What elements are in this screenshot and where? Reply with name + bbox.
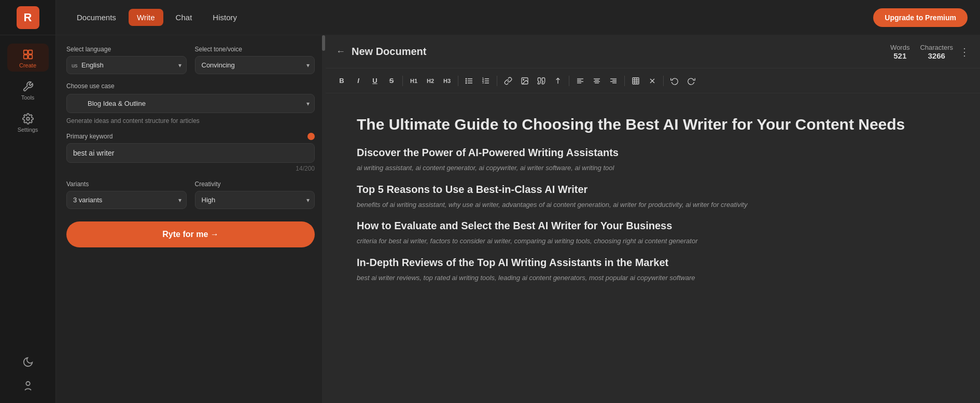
scroll-thumb[interactable] bbox=[322, 35, 325, 51]
variants-label: Variants bbox=[66, 180, 187, 188]
section-1: Discover the Power of AI-Powered Writing… bbox=[357, 147, 949, 173]
align-left-button[interactable] bbox=[572, 73, 588, 89]
clear-format-button[interactable] bbox=[645, 73, 660, 89]
language-select[interactable]: English Spanish French bbox=[66, 56, 187, 74]
italic-button[interactable]: I bbox=[351, 73, 366, 89]
underline-button[interactable]: U bbox=[367, 73, 383, 89]
svg-point-8 bbox=[466, 80, 467, 81]
undo-icon bbox=[670, 77, 679, 85]
theme-toggle[interactable] bbox=[7, 351, 49, 371]
section-2-heading: Top 5 Reasons to Use a Best-in-Class AI … bbox=[357, 184, 949, 196]
h3-button[interactable]: H3 bbox=[439, 73, 455, 89]
words-count-group: Words 521 bbox=[890, 44, 909, 60]
keyword-row: Primary keyword bbox=[66, 133, 315, 140]
nav-links: Documents Write Chat History bbox=[68, 9, 869, 26]
svg-text:3.: 3. bbox=[482, 81, 485, 84]
svg-rect-1 bbox=[28, 50, 32, 54]
ryte-button[interactable]: Ryte for me → bbox=[66, 221, 315, 247]
creativity-label: Creativity bbox=[195, 180, 315, 188]
bullet-list-button[interactable] bbox=[461, 73, 477, 89]
section-4-keywords: best ai writer reviews, top rated ai wri… bbox=[357, 273, 949, 283]
tools-icon bbox=[22, 81, 34, 92]
sidebar-nav: Create Tools Settings bbox=[0, 35, 55, 351]
sidebar-item-settings[interactable]: Settings bbox=[7, 108, 49, 136]
svg-point-4 bbox=[26, 117, 30, 120]
editor-panel: ← New Document Words 521 Characters 3266… bbox=[326, 35, 980, 403]
variants-select-wrapper: 1 variant 2 variants 3 variants ▾ bbox=[66, 191, 187, 209]
editor-header: ← New Document Words 521 Characters 3266… bbox=[326, 35, 980, 68]
svg-rect-2 bbox=[23, 55, 27, 59]
section-3-keywords: criteria for best ai writer, factors to … bbox=[357, 236, 949, 246]
creativity-select[interactable]: Low Medium High bbox=[195, 191, 315, 209]
use-case-select[interactable]: Blog Idea & Outline Article Social Post bbox=[66, 94, 315, 113]
editor-content[interactable]: The Ultimate Guide to Choosing the Best … bbox=[326, 93, 980, 403]
more-options-button[interactable]: ⋮ bbox=[959, 46, 970, 58]
svg-point-19 bbox=[523, 79, 524, 80]
sidebar-create-label: Create bbox=[19, 62, 36, 68]
section-3: How to Evaluate and Select the Best AI W… bbox=[357, 220, 949, 246]
left-panel: Select language us English Spanish Frenc… bbox=[56, 35, 326, 403]
app-logo: R bbox=[17, 6, 39, 29]
table-button[interactable] bbox=[628, 73, 643, 89]
keyword-counter: 14/200 bbox=[66, 165, 315, 172]
creativity-group: Creativity Low Medium High ▾ bbox=[195, 180, 315, 209]
nav-documents[interactable]: Documents bbox=[68, 9, 124, 26]
bold-button[interactable]: B bbox=[334, 73, 349, 89]
sidebar-item-create[interactable]: Create bbox=[7, 44, 49, 72]
svg-point-6 bbox=[466, 78, 467, 79]
sidebar-settings-label: Settings bbox=[18, 127, 38, 133]
top-navigation: Documents Write Chat History Upgrade to … bbox=[56, 0, 980, 35]
image-icon bbox=[521, 77, 529, 85]
highlight-button[interactable] bbox=[550, 73, 566, 89]
link-button[interactable] bbox=[500, 73, 516, 89]
sidebar-item-tools[interactable]: Tools bbox=[7, 76, 49, 104]
toolbar-separator-1 bbox=[402, 76, 403, 86]
align-center-button[interactable] bbox=[589, 73, 605, 89]
align-right-icon bbox=[609, 77, 618, 85]
words-label: Words bbox=[890, 44, 909, 51]
tone-select[interactable]: Convincing Formal Casual bbox=[195, 56, 315, 74]
account-button[interactable] bbox=[7, 375, 49, 395]
section-2: Top 5 Reasons to Use a Best-in-Class AI … bbox=[357, 184, 949, 210]
tone-label: Select tone/voice bbox=[195, 46, 315, 53]
keyword-indicator bbox=[307, 133, 315, 140]
back-button[interactable]: ← bbox=[336, 46, 345, 57]
upgrade-button[interactable]: Upgrade to Premium bbox=[873, 8, 968, 27]
quote-button[interactable] bbox=[534, 73, 549, 89]
redo-button[interactable] bbox=[683, 73, 699, 89]
quote-icon bbox=[537, 77, 545, 85]
h2-button[interactable]: H2 bbox=[423, 73, 438, 89]
h1-button[interactable]: H1 bbox=[406, 73, 422, 89]
variants-group: Variants 1 variant 2 variants 3 variants… bbox=[66, 180, 187, 209]
keyword-input[interactable] bbox=[66, 143, 315, 163]
tone-group: Select tone/voice Convincing Formal Casu… bbox=[195, 46, 315, 74]
use-case-description: Generate ideas and content structure for… bbox=[66, 117, 315, 124]
section-4-heading: In-Depth Reviews of the Top AI Writing A… bbox=[357, 257, 949, 269]
variants-creativity-row: Variants 1 variant 2 variants 3 variants… bbox=[66, 180, 315, 209]
variants-select[interactable]: 1 variant 2 variants 3 variants bbox=[66, 191, 187, 209]
image-button[interactable] bbox=[517, 73, 533, 89]
sidebar-bottom bbox=[7, 351, 49, 403]
nav-write[interactable]: Write bbox=[129, 9, 163, 26]
svg-point-10 bbox=[466, 82, 467, 84]
nav-history[interactable]: History bbox=[204, 9, 245, 26]
svg-rect-0 bbox=[23, 50, 27, 54]
strikethrough-button[interactable]: S bbox=[384, 73, 399, 89]
numbered-list-icon: 1. 2. 3. bbox=[482, 77, 490, 85]
settings-icon bbox=[22, 113, 34, 124]
toolbar-separator-4 bbox=[569, 76, 569, 86]
sidebar: R Create Tools Settings bbox=[0, 0, 56, 403]
chars-count-group: Characters 3266 bbox=[920, 44, 953, 60]
sidebar-tools-label: Tools bbox=[21, 94, 35, 101]
nav-chat[interactable]: Chat bbox=[167, 9, 201, 26]
toolbar-separator-2 bbox=[458, 76, 458, 86]
tone-select-wrapper: Convincing Formal Casual ▾ bbox=[195, 56, 315, 74]
language-label: Select language bbox=[66, 46, 187, 53]
align-right-button[interactable] bbox=[606, 73, 621, 89]
scrollbar[interactable] bbox=[322, 35, 325, 403]
svg-point-5 bbox=[26, 382, 30, 385]
section-1-heading: Discover the Power of AI-Powered Writing… bbox=[357, 147, 949, 159]
editor-toolbar: B I U S H1 H2 H3 bbox=[326, 68, 980, 93]
numbered-list-button[interactable]: 1. 2. 3. bbox=[478, 73, 494, 89]
undo-button[interactable] bbox=[667, 73, 682, 89]
